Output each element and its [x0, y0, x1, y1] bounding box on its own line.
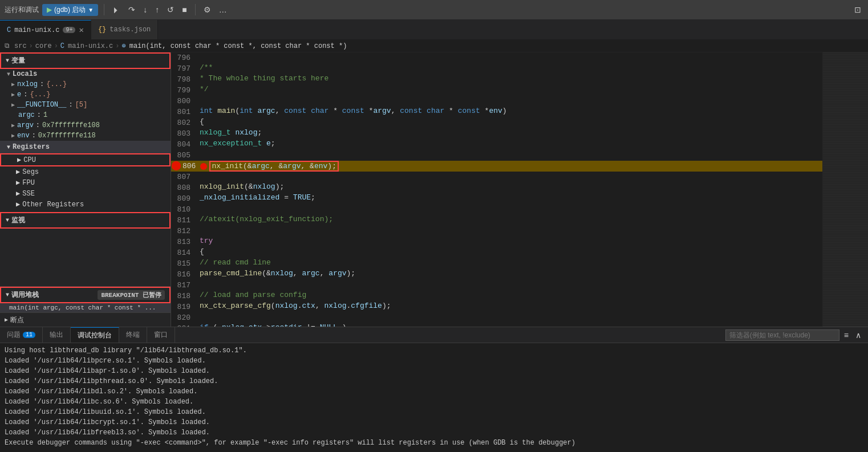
code-line-807: 807: [171, 172, 822, 182]
watch-label: 监视: [11, 215, 25, 225]
function-expand-icon: ▶: [11, 101, 15, 108]
console-line-5: Loaded '/usr/lib64/libdl.so.2'. Symbols …: [5, 386, 863, 397]
tab-main-unix-c[interactable]: C main-unix.c 9+ ✕: [0, 20, 91, 39]
restart-button[interactable]: ↺: [165, 4, 176, 15]
linenum-820: 820: [171, 312, 200, 323]
code-line-799: 799 */: [171, 85, 822, 96]
locals-chevron-icon: ▼: [7, 71, 10, 78]
console-line-3: Loaded '/usr/lib64/libapr-1.so.0'. Symbo…: [5, 366, 863, 376]
main-area: ▼ 变量 ▼ Locals ▶ nxlog : {...} ▶ e : {...…: [0, 52, 868, 327]
tab-close-icon[interactable]: ✕: [79, 25, 83, 35]
bottom-tabs: 问题 11 输出 调试控制台 终端 窗口 ≡ ∧: [0, 327, 868, 343]
code-text-806: nx_init(&argc, &argv, &env);: [200, 161, 339, 172]
callstack-entry[interactable]: main(int argc, const char * const * ...: [0, 303, 171, 312]
stop-button[interactable]: ■: [180, 4, 189, 15]
linenum-817: 817: [171, 280, 200, 291]
bottom-content: Using host libthread_db library "/lib64/…: [0, 343, 868, 452]
code-line-803: 803 nxlog_t nxlog;: [171, 128, 822, 139]
function-value: [5]: [75, 101, 88, 109]
step-into-button[interactable]: ↓: [141, 4, 149, 15]
tab-window[interactable]: 窗口: [147, 327, 175, 343]
linenum-807: 807: [171, 172, 200, 182]
breadcrumb-c-icon: C: [60, 42, 64, 50]
var-e[interactable]: ▶ e : {...}: [0, 89, 171, 100]
console-line-7: Loaded '/usr/lib64/libuuid.so.1'. Symbol…: [5, 407, 863, 417]
sse-label: SSE: [22, 190, 35, 198]
step-over-button[interactable]: ↷: [126, 4, 137, 15]
linenum-815: 815: [171, 258, 200, 269]
code-text-813: try: [200, 237, 213, 247]
linenum-814: 814: [171, 247, 200, 258]
maximize-button[interactable]: ⊡: [852, 4, 863, 15]
tab-problems-label: 问题: [7, 330, 21, 340]
var-nxlog[interactable]: ▶ nxlog : {...}: [0, 79, 171, 89]
filter-options-button[interactable]: ≡: [842, 329, 851, 341]
register-segs[interactable]: ▶ Segs: [0, 166, 171, 177]
breadcrumb-copy-icon[interactable]: ⧉: [5, 42, 10, 50]
variables-section-header[interactable]: ▼ 变量: [0, 52, 171, 69]
registers-section-header[interactable]: ▼ Registers: [0, 141, 171, 153]
minimap: [822, 52, 868, 327]
var-function[interactable]: ▶ __FUNCTION__ : [5]: [0, 100, 171, 110]
code-text-808: nxlog_init(&nxlog);: [200, 182, 284, 193]
register-cpu[interactable]: ▶ CPU: [0, 153, 171, 166]
function-name: __FUNCTION__: [17, 101, 66, 109]
breakpoints-label: 断点: [10, 315, 24, 325]
linenum-812: 812: [171, 226, 200, 237]
tab-terminal[interactable]: 终端: [119, 327, 147, 343]
code-text-802: {: [200, 117, 204, 128]
register-sse[interactable]: ▶ SSE: [0, 188, 171, 199]
tab-output[interactable]: 输出: [43, 327, 71, 343]
nxlog-value: {...}: [46, 80, 67, 88]
code-text-814: {: [200, 247, 204, 258]
breadcrumb-sep-3: ›: [115, 42, 119, 50]
code-text-797: /**: [200, 63, 213, 74]
callstack-entry-text: main(int argc, const char * const * ...: [9, 304, 156, 311]
code-content[interactable]: 796 797 /** 798 * The whole thing starts…: [171, 52, 868, 327]
tab-main-unix-label: main-unix.c: [14, 26, 59, 34]
linenum-806: ⬤ 806: [171, 161, 200, 172]
linenum-813: 813: [171, 237, 200, 247]
tab-tasks-json[interactable]: {} tasks.json: [91, 20, 158, 39]
argv-expand-icon: ▶: [11, 122, 15, 129]
e-colon: :: [23, 91, 27, 99]
argc-name: argc: [18, 111, 35, 119]
filter-input[interactable]: [725, 329, 839, 341]
c-icon: C: [7, 26, 11, 34]
nxlog-name: nxlog: [17, 80, 38, 88]
var-argc[interactable]: argc : 1: [0, 110, 171, 120]
linenum-803: 803: [171, 128, 200, 139]
linenum-811: 811: [171, 215, 200, 226]
register-other[interactable]: ▶ Other Registers: [0, 199, 171, 210]
continue-button[interactable]: ⏵: [110, 4, 123, 15]
locals-group[interactable]: ▼ Locals: [0, 69, 171, 79]
variables-chevron-icon: ▼: [6, 58, 9, 64]
cpu-label: CPU: [23, 156, 36, 164]
linenum-802: 802: [171, 117, 200, 128]
breakpoint-badge: BREAKPOINT 已暂停: [98, 290, 165, 300]
linenum-818: 818: [171, 291, 200, 302]
more-button[interactable]: …: [217, 4, 229, 15]
callstack-header[interactable]: ▼ 调用堆栈 BREAKPOINT 已暂停: [0, 287, 171, 303]
settings-button[interactable]: ⚙: [201, 4, 213, 15]
argv-colon: :: [36, 121, 40, 129]
debug-start-button[interactable]: ▶ (gdb) 启动 ▼: [42, 4, 98, 16]
breadcrumb-src: src: [14, 42, 27, 50]
step-out-button[interactable]: ↑: [153, 4, 161, 15]
code-text-801: int main(int argc, const char * const *a…: [200, 107, 507, 117]
var-env[interactable]: ▶ env : 0x7fffffffe118: [0, 131, 171, 141]
breakpoints-bar: ▶ 断点: [0, 312, 171, 327]
code-text-815: // read cmd line: [200, 258, 271, 269]
linenum-805: 805: [171, 150, 200, 161]
linenum-798: 798: [171, 74, 200, 85]
panel-close-button[interactable]: ∧: [853, 329, 863, 341]
debug-config-label: (gdb) 启动: [54, 5, 86, 15]
var-argv[interactable]: ▶ argv : 0x7fffffffe108: [0, 120, 171, 131]
tab-debug-console[interactable]: 调试控制台: [71, 327, 119, 343]
register-fpu[interactable]: ▶ FPU: [0, 177, 171, 188]
breadcrumb-fn-icon: ⊕: [121, 42, 125, 50]
breadcrumb-core: core: [35, 42, 52, 50]
watch-section-header[interactable]: ▼ 监视: [0, 212, 171, 229]
toolbar-separator-1: [104, 4, 104, 15]
tab-problems[interactable]: 问题 11: [0, 327, 43, 343]
